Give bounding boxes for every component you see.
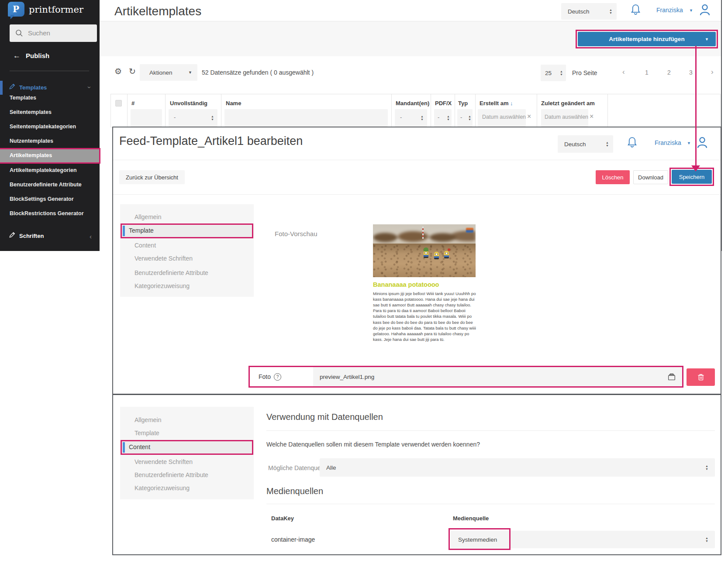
delete-button[interactable]: Löschen [596,170,630,184]
preview-article-text: Minions ipsum jiji jeje belloo! Wiiii ta… [373,291,478,342]
annotation-box-systemmedien [449,528,511,550]
tab-kategoriezuweisung[interactable]: Kategoriezuweisung [128,485,246,494]
language-select[interactable]: Deutsch ▲▼ [561,3,617,20]
user-avatar-icon[interactable] [698,3,712,17]
filter-mandanten-select[interactable]: - ▲▼ [395,109,427,127]
tab-benutzerdefinierte-attribute[interactable]: Benutzerdefinierte Attribute [128,471,246,481]
clear-filter-icon[interactable]: × [590,113,593,120]
sidebar-search-input[interactable]: Suchen [10,24,97,42]
pagination-page-1[interactable]: 1 [645,69,649,76]
annotation-box-tab-template: Template [121,223,253,238]
col-header-erstellt-am[interactable]: Erstellt am ↓ [480,100,513,107]
template-tab-list: Allgemein Template Content Verwendete Sc… [120,204,254,297]
sidebar-section-templates[interactable]: Templates › [9,83,96,93]
col-header-zuletzt-geaendert[interactable]: Zuletzt geändert am [541,100,595,107]
sidebar-item-templates[interactable]: Templates [10,95,93,103]
trash-icon [697,373,705,381]
download-button[interactable]: Download [633,170,668,184]
sidebar-divider [10,71,89,71]
section-separator [113,394,721,395]
dropdown-caret-icon: ▼ [705,37,709,41]
tab-template[interactable]: Template [129,227,154,234]
refresh-icon[interactable]: ↻ [129,66,136,76]
col-header-name[interactable]: Name [226,100,241,107]
filter-unvollstaendig-select[interactable]: - ▲▼ [169,109,217,127]
archive-box-icon[interactable] [667,372,676,381]
sidebar-item-blocksettings-generator[interactable]: BlockSettings Generator [10,196,93,205]
sidebar-item-artikeltemplates[interactable]: Artikeltemplates [10,152,93,161]
annotation-box-add-button: Artikeltemplate hinzufügen ▼ [576,30,718,48]
filter-typ-select[interactable]: - ▲▼ [457,109,473,127]
tab-content[interactable]: Content [129,443,150,450]
notifications-bell-icon[interactable] [627,136,638,148]
user-caret-icon[interactable]: ▼ [687,141,691,145]
language-select[interactable]: Deutsch ▲▼ [558,135,613,153]
results-count-text: 52 Datensätze gefunden ( 0 ausgewählt ) [202,69,314,76]
sidebar-item-blockrestrictions-generator[interactable]: BlockRestrictions Generator [10,210,93,219]
preview-article-title: Bananaaaa potatoooo [373,281,439,288]
help-icon[interactable]: ? [274,373,281,381]
minion-figure [444,251,449,258]
tab-verwendete-schriften[interactable]: Verwendete Schriften [128,255,246,265]
annotation-box-foto-field: Foto ? preview_Artikel1.png [248,366,683,388]
tab-allgemein[interactable]: Allgemein [128,213,246,223]
tab-verwendete-schriften[interactable]: Verwendete Schriften [128,458,246,468]
sidebar-item-seitentemplates[interactable]: Seitentemplates [10,109,93,118]
sidebar-item-seitentemplatekategorien[interactable]: Seitentemplatekategorien [10,124,93,132]
dropdown-caret-icon: ▼ [188,70,192,75]
filter-pdfx-select[interactable]: - ▲▼ [434,109,452,127]
col-header-pdfx[interactable]: PDF/X [435,100,452,107]
photo-preview-label: Foto-Vorschau [275,230,317,237]
pagination-next[interactable]: › [711,68,714,76]
tab-kategoriezuweisung[interactable]: Kategoriezuweisung [128,282,246,292]
clear-filter-icon[interactable]: × [527,113,531,120]
per-page-label: Pro Seite [572,69,597,76]
settings-gear-icon[interactable]: ⚙ [114,66,122,76]
pagination-page-2[interactable]: 2 [667,69,671,76]
select-updown-icon: ▲▼ [468,115,471,121]
notifications-bell-icon[interactable] [630,3,641,16]
pagination-page-3[interactable]: 3 [689,69,693,76]
sidebar-item-nutzentemplates[interactable]: Nutzentemplates [10,138,93,147]
foto-filename-field[interactable]: preview_Artikel1.png [313,367,682,386]
mediasources-heading: Medienquellen [266,486,323,496]
select-all-checkbox[interactable] [115,100,122,107]
add-artikeltemplate-button[interactable]: Artikeltemplate hinzufügen ▼ [578,32,716,46]
user-caret-icon[interactable]: ▼ [689,8,693,13]
col-header-typ[interactable]: Typ [458,100,468,107]
col-header-unvollstaendig[interactable]: Unvollständig [170,100,207,107]
search-icon [15,29,23,37]
datasources-heading: Verwendung mit Datenquellen [266,412,383,422]
pagination-prev[interactable]: ‹ [622,68,625,76]
sidebar-item-artikeltemplatekategorien[interactable]: Artikeltemplatekategorien [10,167,93,176]
sidebar: P printformer Suchen ←Publish Templates … [0,0,100,251]
user-menu[interactable]: Franziska [656,7,683,14]
save-button[interactable]: Speichern [672,170,712,184]
back-to-overview-button[interactable]: Zurück zur Übersicht [119,170,185,184]
delete-photo-button[interactable] [687,368,715,386]
tab-allgemein[interactable]: Allgemein [128,416,246,426]
col-header-num[interactable]: # [131,100,135,107]
media-col-datakey: DataKey [271,515,294,522]
actions-dropdown[interactable]: Aktionen ▼ [140,64,197,81]
select-updown-icon: ▲▼ [211,115,214,121]
sidebar-item-schriften[interactable]: Schriften ‹ [9,231,96,242]
filter-num-input[interactable] [131,109,162,127]
tab-benutzerdefinierte-attribute[interactable]: Benutzerdefinierte Attribute [128,269,246,279]
tab-content[interactable]: Content [128,242,246,251]
sidebar-back-publish[interactable]: ←Publish [13,52,49,60]
col-header-mandanten[interactable]: Mandant(en) [396,100,429,107]
dialog-title: Feed-Template_Artikel1 bearbeiten [119,134,303,148]
user-avatar-icon[interactable] [695,135,709,149]
tab-template[interactable]: Template [128,430,246,439]
datasource-select[interactable]: Alle ▲▼ [320,458,715,477]
filter-name-input[interactable] [224,109,388,127]
per-page-select[interactable]: 25 ▲▼ [541,65,566,81]
active-section-indicator [0,81,3,95]
sidebar-item-benutzerdefinierte-attribute[interactable]: Benutzerdefinierte Attribute [10,182,93,190]
user-menu[interactable]: Franziska [655,139,681,146]
dialog-divider [113,160,721,160]
edit-template-dialog: Feed-Template_Artikel1 bearbeiten Deutsc… [112,127,721,555]
printformer-logo-icon: P [8,2,26,19]
content-tab-list: Allgemein Template Content Verwendete Sc… [120,407,254,499]
